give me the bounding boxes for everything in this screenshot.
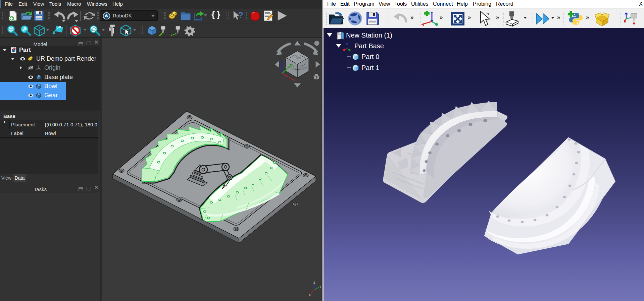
svg-text:?: ?	[238, 10, 243, 19]
svg-text:Z: Z	[313, 281, 315, 284]
svg-text:Y: Y	[319, 285, 321, 289]
svg-text:X: X	[309, 293, 311, 297]
